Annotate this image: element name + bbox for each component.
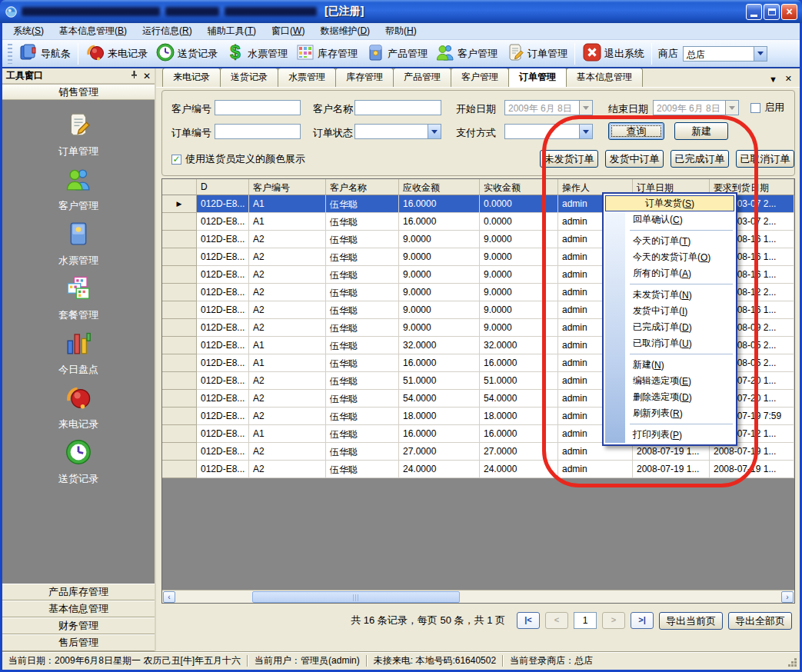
sidebar-item-order-mgmt[interactable]: 订单管理 [58,111,98,158]
sidebar-item-today-check[interactable]: 今日盘点 [58,329,98,377]
toolbar-grid-button[interactable]: 库存管理 [291,41,361,66]
sidebar-section-sales[interactable]: 销售管理 [2,84,155,100]
customer-name-input[interactable] [354,100,441,115]
toolbar-drag-handle[interactable] [8,44,12,64]
sidebar-item-delivery-records[interactable]: 送货记录 [58,438,98,486]
scrollbar-thumb[interactable] [252,591,460,603]
row-selector-cell[interactable] [162,319,197,337]
context-menu-refresh-list[interactable]: 刷新列表(R) [605,405,734,421]
table-row[interactable]: 012D-E8...A2伍华聪24.000024.0000admin2008-0… [162,461,794,478]
customer-no-input[interactable] [215,100,301,115]
sidebar-section-after-sale-mgmt[interactable]: 售后管理 [2,634,155,651]
menu-system[interactable]: 系统(S) [5,23,52,40]
minimize-button[interactable] [746,4,762,20]
context-menu-all-orders[interactable]: 所有的订单(A) [605,265,734,281]
close-button[interactable]: × [781,4,797,20]
sidebar-section-product-stock-mgmt[interactable]: 产品库存管理 [2,584,155,600]
query-button[interactable]: 查询 [608,122,664,140]
scroll-right-arrow[interactable]: › [781,591,794,603]
tab-basic-info[interactable]: 基本信息管理 [566,68,643,87]
order-no-input[interactable] [215,124,301,139]
tab-product[interactable]: 产品管理 [393,68,451,87]
export-current-page-button[interactable]: 导出当前页 [659,612,723,630]
pin-icon[interactable] [130,70,138,82]
row-selector-cell[interactable] [162,425,197,443]
horizontal-scrollbar[interactable]: ‹ › [162,590,794,603]
context-menu-today-orders[interactable]: 今天的订单(T) [605,233,734,249]
column-header-2[interactable]: 客户名称 [326,179,399,195]
menu-data-maintenance[interactable]: 数据维护(D) [312,23,378,40]
tab-delivery-records[interactable]: 送货记录 [220,68,278,87]
new-button[interactable]: 新建 [674,122,728,140]
toolbar-order-button[interactable]: 订单管理 [501,41,571,66]
sidebar-item-water-ticket-mgmt[interactable]: 水票管理 [58,220,98,268]
sidebar-section-finance-mgmt[interactable]: 财务管理 [2,617,155,634]
page-number-input[interactable] [574,612,597,629]
enable-date-checkbox[interactable] [750,103,760,113]
row-selector-cell[interactable] [162,337,197,354]
tab-list-dropdown-icon[interactable]: ▼ [769,75,777,84]
toolbar-exit-button[interactable]: 退出系统 [578,41,648,66]
toolbar-people-button[interactable]: 客户管理 [431,41,501,66]
sidebar-item-package-mgmt[interactable]: 套餐管理 [58,274,98,322]
tab-customer[interactable]: 客户管理 [451,68,509,87]
context-menu-ship-order[interactable]: 订单发货(S) [605,195,734,211]
menu-window[interactable]: 窗口(W) [264,23,312,40]
row-selector-cell[interactable]: ▶ [162,195,197,213]
row-selector-cell[interactable] [162,443,197,461]
sidebar-section-basic-info-mgmt[interactable]: 基本信息管理 [2,600,155,617]
column-header-4[interactable]: 实收金额 [480,179,558,195]
row-selector-cell[interactable] [162,354,197,372]
menu-help[interactable]: 帮助(H) [378,23,424,40]
toolbar-bell-button[interactable]: 来电记录 [82,41,151,66]
order-status-select[interactable] [354,124,441,139]
context-menu-completed-orders[interactable]: 已完成订单(D) [605,319,734,335]
row-selector-cell[interactable] [162,284,197,301]
column-header-3[interactable]: 应收金额 [399,179,480,195]
first-page-button[interactable]: |< [517,612,540,629]
row-selector-cell[interactable] [162,390,197,408]
context-menu-shipping-orders[interactable]: 发货中订单(I) [605,303,734,319]
row-selector-cell[interactable] [162,461,197,478]
tab-call-records[interactable]: 来电记录 [162,68,221,87]
row-selector-cell[interactable] [162,231,197,248]
context-menu-print-list[interactable]: 打印列表(P) [605,427,734,443]
row-selector-cell[interactable] [162,266,197,284]
toolbar-box-button[interactable]: 产品管理 [361,41,431,66]
end-date-picker[interactable]: 2009年 6月 8日 [653,100,739,115]
row-selector-cell[interactable] [162,372,197,390]
next-page-button[interactable]: > [602,612,625,629]
menu-basic-info[interactable]: 基本信息管理(B) [52,23,135,40]
unshipped-orders-button[interactable]: 未发货订单 [540,150,598,168]
row-selector-cell[interactable] [162,301,197,319]
column-header-1[interactable]: 客户编号 [249,179,326,195]
tab-order[interactable]: 订单管理 [508,68,567,87]
restore-button[interactable] [764,4,780,20]
column-header-0[interactable]: D [197,179,249,195]
shipping-orders-button[interactable]: 发货中订单 [605,150,664,168]
last-page-button[interactable]: >| [631,612,654,629]
context-menu-today-ship-orders[interactable]: 今天的发货订单(O) [605,249,734,265]
context-menu-receipt-confirm[interactable]: 回单确认(C) [605,211,734,228]
tab-inventory[interactable]: 库存管理 [335,68,394,87]
menu-runtime-info[interactable]: 运行信息(R) [135,23,200,40]
row-selector-cell[interactable] [162,408,197,425]
context-menu-delete-selected[interactable]: 删除选定项(D) [605,389,734,405]
shop-select[interactable]: 总店 [683,46,767,62]
toolbar-dollar-button[interactable]: $水票管理 [221,41,291,66]
scroll-left-arrow[interactable]: ‹ [163,591,175,603]
sidebar-close-icon[interactable]: ✕ [143,71,151,82]
toolbar-navbar-button[interactable]: 导航条 [15,41,75,66]
cancelled-orders-button[interactable]: 已取消订单 [736,150,794,168]
color-display-checkbox[interactable] [171,155,181,165]
context-menu-new-order[interactable]: 新建(N) [605,357,734,373]
start-date-picker[interactable]: 2009年 6月 8日 [504,100,593,115]
prev-page-button[interactable]: < [545,612,568,629]
context-menu-edit-selected[interactable]: 编辑选定项(E) [605,373,734,389]
toolbar-clock-button[interactable]: 送货记录 [151,41,221,66]
sidebar-item-customer-mgmt[interactable]: 客户管理 [58,165,98,213]
resize-grip[interactable] [794,664,797,667]
tab-close-icon[interactable]: ✕ [785,74,792,84]
completed-orders-button[interactable]: 已完成订单 [671,150,729,168]
menu-aux-tools[interactable]: 辅助工具(T) [200,23,264,40]
